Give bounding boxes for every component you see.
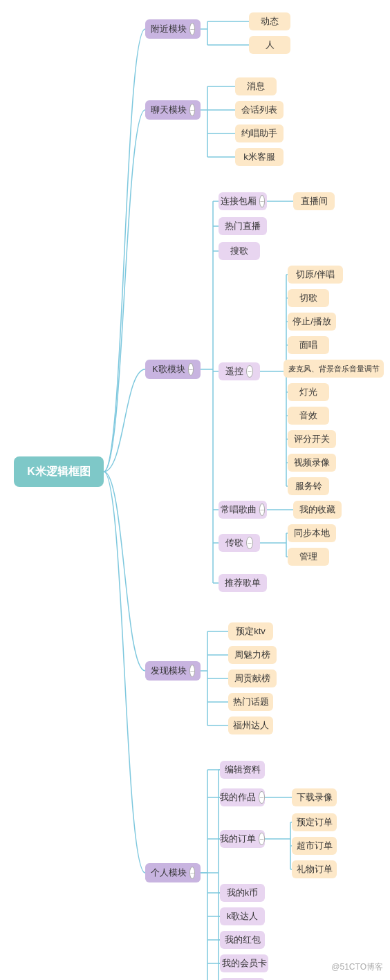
collapse-icon[interactable]: −: [189, 867, 195, 879]
node-label: 我的k币: [227, 887, 259, 899]
node-label: 面唱: [299, 339, 317, 351]
node-chuange: 传歌 −: [219, 534, 260, 552]
node-wode-hongbao: 我的红包: [220, 931, 265, 949]
node-label: 下载录像: [297, 791, 333, 804]
node-fujin: 附近模块 −: [145, 19, 201, 39]
watermark: @51CTO博客: [331, 961, 383, 973]
node-label: 连接包厢: [221, 195, 257, 207]
node-guanli: 管理: [288, 548, 329, 566]
node-label: 周魅力榜: [234, 649, 270, 661]
collapse-icon[interactable]: −: [189, 665, 195, 677]
node-label: 麦克风、背景音乐音量调节: [288, 364, 380, 374]
node-yaokong: 遥控 −: [219, 362, 260, 380]
node-label: k歌达人: [227, 910, 259, 923]
node-xiaoxi: 消息: [235, 77, 277, 95]
node-bianjiziliao: 编辑资料: [220, 761, 265, 779]
node-wode-zuopin: 我的作品 −: [220, 788, 265, 806]
node-label: 人: [266, 39, 275, 51]
node-qiege: 切歌: [288, 289, 329, 307]
node-yueding-dingdan: 预定订单: [292, 813, 337, 831]
node-tongbu: 同步本地: [288, 524, 336, 542]
node-label: 约唱助手: [241, 127, 277, 140]
mind-map: K米逻辑框图 附近模块 − 动态 人 聊天模块 − 消息 会话列表 约唱助手 k…: [0, 0, 390, 980]
node-label: 编辑资料: [225, 764, 261, 776]
node-label: 灯光: [299, 386, 317, 398]
node-zhoumeili: 周魅力榜: [228, 646, 277, 664]
node-ren: 人: [249, 36, 290, 54]
node-yinxiao: 音效: [288, 407, 329, 425]
node-label: 视频录像: [294, 456, 330, 469]
node-label: K歌模块: [152, 363, 185, 376]
node-kge: K歌模块 −: [145, 360, 201, 379]
node-label: 传歌: [225, 537, 243, 549]
node-geren: 个人模块 −: [145, 863, 201, 882]
node-label: 我的红包: [225, 934, 261, 946]
node-wode-huiyuanka: 我的会员卡: [220, 954, 268, 972]
node-shipin: 视频录像: [288, 454, 336, 472]
collapse-icon[interactable]: −: [259, 195, 265, 207]
node-label: 发现模块: [151, 665, 187, 677]
node-label: 消息: [247, 80, 265, 93]
collapse-icon[interactable]: −: [189, 104, 195, 116]
node-chaoshi-dingdan: 超市订单: [292, 837, 337, 855]
node-dengguang: 灯光: [288, 383, 329, 401]
collapse-icon[interactable]: −: [259, 503, 265, 516]
collapse-icon[interactable]: −: [246, 365, 253, 378]
node-label: 推荐歌单: [225, 577, 261, 589]
node-label: k米客服: [243, 151, 275, 163]
node-dongtai: 动态: [249, 12, 290, 30]
node-label: 超市订单: [297, 840, 333, 852]
node-label: 音效: [299, 409, 317, 422]
node-re-zhibo: 热门直播: [219, 217, 267, 235]
node-zhouji: 周贡献榜: [228, 669, 277, 687]
node-label: 评分开关: [294, 433, 330, 445]
node-label: 福州达人: [233, 719, 269, 732]
node-zhibo: 直播间: [293, 192, 335, 210]
collapse-icon[interactable]: −: [259, 791, 264, 804]
node-label: 常唱歌曲: [221, 503, 257, 516]
connection-lines: [0, 0, 390, 980]
node-label: 热门话题: [233, 696, 269, 708]
node-label: 热门直播: [225, 220, 261, 232]
node-xiazai-luxiang: 下载录像: [292, 788, 337, 806]
node-fuwuling: 服务铃: [288, 477, 329, 495]
node-kefu: k米客服: [235, 148, 284, 166]
node-label: 管理: [299, 551, 317, 563]
root-label: K米逻辑框图: [27, 465, 91, 479]
node-liaotian: 聊天模块 −: [145, 100, 201, 120]
node-label: 服务铃: [295, 480, 322, 492]
node-label: 会话列表: [241, 104, 277, 116]
node-label: 我的作品: [220, 791, 256, 804]
root-node: K米逻辑框图: [14, 456, 104, 487]
node-yueding-ktv: 预定ktv: [228, 622, 273, 640]
node-sou-ge: 搜歌: [219, 242, 260, 260]
node-label: 停止/播放: [292, 315, 331, 328]
node-pingfen: 评分开关: [288, 430, 336, 448]
collapse-icon[interactable]: −: [246, 537, 253, 549]
node-label: 预定ktv: [236, 625, 266, 638]
node-kge-daren: k歌达人: [220, 907, 265, 925]
node-label: 预定订单: [297, 816, 333, 829]
collapse-icon[interactable]: −: [259, 833, 264, 845]
node-label: 我的收藏: [299, 503, 335, 516]
node-label: 个人模块: [151, 867, 187, 879]
node-label: 切原/伴唱: [296, 268, 335, 281]
node-label: 我的订单: [220, 833, 256, 845]
node-label: 搜歌: [230, 245, 248, 257]
node-maikefeng: 麦克风、背景音乐音量调节: [284, 360, 384, 378]
node-label: 切歌: [299, 292, 317, 304]
node-label: 周贡献榜: [234, 672, 270, 685]
node-huati: 热门话题: [228, 693, 273, 711]
node-label: 同步本地: [294, 527, 330, 539]
node-wode-shoucang: 我的收藏: [293, 501, 342, 519]
node-hechang: 面唱: [288, 336, 329, 354]
node-faxian: 发现模块 −: [145, 661, 201, 681]
node-changchang: 常唱歌曲 −: [219, 501, 267, 519]
node-jundan: 约唱助手: [235, 124, 284, 142]
collapse-icon[interactable]: −: [188, 363, 194, 376]
collapse-icon[interactable]: −: [189, 23, 195, 35]
node-label: 礼物订单: [297, 863, 333, 876]
node-wode-kbi: 我的k币: [220, 884, 265, 902]
node-label: 遥控: [225, 365, 243, 378]
node-label: 动态: [261, 15, 279, 28]
